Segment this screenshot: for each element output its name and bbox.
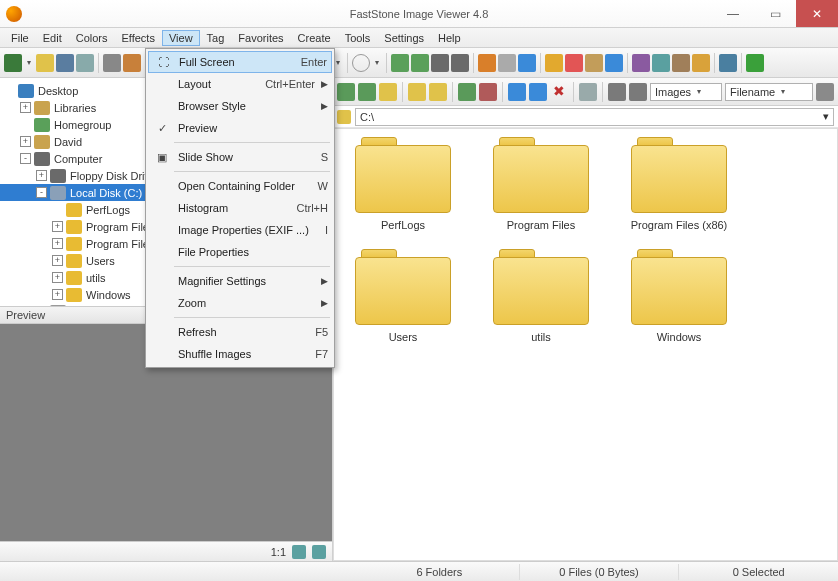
clone-icon[interactable] <box>632 54 650 72</box>
nav-back-icon[interactable] <box>337 83 355 101</box>
flip-v-icon[interactable] <box>451 54 469 72</box>
list-icon[interactable] <box>629 83 647 101</box>
email-icon[interactable] <box>123 54 141 72</box>
menu-tag[interactable]: Tag <box>200 30 232 46</box>
open-icon[interactable] <box>36 54 54 72</box>
expand-toggle[interactable]: - <box>36 187 47 198</box>
hand-icon[interactable] <box>352 54 370 72</box>
menu-view[interactable]: View <box>162 30 200 46</box>
menu-effects[interactable]: Effects <box>115 30 162 46</box>
menu-item-icon: ▣ <box>152 151 172 164</box>
menu-create[interactable]: Create <box>291 30 338 46</box>
menu-shortcut: W <box>318 180 328 192</box>
folder-icon <box>355 137 451 213</box>
tree-label: Floppy Disk Drive <box>70 170 156 182</box>
compare-icon[interactable] <box>719 54 737 72</box>
status-folders: 6 Folders <box>360 564 520 580</box>
fav-icon[interactable] <box>408 83 426 101</box>
menu-item[interactable]: Open Containing FolderW <box>148 175 332 197</box>
tree-label: Local Disk (C:) <box>70 187 142 199</box>
nav-up-icon[interactable] <box>379 83 397 101</box>
menu-favorites[interactable]: Favorites <box>231 30 290 46</box>
menu-item[interactable]: HistogramCtrl+H <box>148 197 332 219</box>
minimize-button[interactable]: — <box>712 0 754 27</box>
redeye-icon[interactable] <box>605 54 623 72</box>
expand-toggle[interactable]: + <box>52 221 63 232</box>
hand-drop[interactable]: ▾ <box>372 55 382 71</box>
folder-thumb[interactable]: Windows <box>620 249 738 343</box>
menu-item[interactable]: Zoom▶ <box>148 292 332 314</box>
home-icon <box>34 118 50 132</box>
menu-colors[interactable]: Colors <box>69 30 115 46</box>
delete-icon[interactable]: ✖ <box>550 83 568 101</box>
expand-toggle[interactable]: + <box>52 272 63 283</box>
sort-dir-icon[interactable] <box>816 83 834 101</box>
close-button[interactable]: ✕ <box>796 0 838 27</box>
move-to-icon[interactable] <box>529 83 547 101</box>
menu-item[interactable]: LayoutCtrl+Enter▶ <box>148 73 332 95</box>
path-field[interactable]: C:\ ▾ <box>355 108 834 126</box>
copy-to-icon[interactable] <box>508 83 526 101</box>
menu-file[interactable]: File <box>4 30 36 46</box>
menu-item[interactable]: Browser Style▶ <box>148 95 332 117</box>
menu-item[interactable]: Shuffle ImagesF7 <box>148 343 332 365</box>
rotate-left-icon[interactable] <box>391 54 409 72</box>
menu-edit[interactable]: Edit <box>36 30 69 46</box>
watermark-icon[interactable] <box>692 54 710 72</box>
actual-icon[interactable] <box>312 545 326 559</box>
expand-toggle[interactable]: - <box>20 153 31 164</box>
menu-item[interactable]: ✓Preview <box>148 117 332 139</box>
menu-item[interactable]: ▣Slide ShowS <box>148 146 332 168</box>
thumbnail-area[interactable]: PerfLogsProgram FilesProgram Files (x86)… <box>333 128 838 561</box>
adjust-color-icon[interactable] <box>565 54 583 72</box>
stop-icon[interactable] <box>479 83 497 101</box>
print-icon[interactable] <box>103 54 121 72</box>
fit-icon[interactable] <box>292 545 306 559</box>
thumb-size-icon[interactable] <box>608 83 626 101</box>
folder-thumb[interactable]: Program Files <box>482 137 600 231</box>
select-icon[interactable] <box>579 83 597 101</box>
folder-thumb[interactable]: PerfLogs <box>344 137 462 231</box>
expand-toggle[interactable]: + <box>52 238 63 249</box>
menu-help[interactable]: Help <box>431 30 468 46</box>
sharpen-icon[interactable] <box>585 54 603 72</box>
filter-combo[interactable]: Images▾ <box>650 83 722 101</box>
fav2-icon[interactable] <box>429 83 447 101</box>
zoom-ratio: 1:1 <box>271 546 286 558</box>
menu-item[interactable]: ⛶Full ScreenEnter <box>148 51 332 73</box>
expand-toggle[interactable]: + <box>36 170 47 181</box>
folder-thumb[interactable]: Program Files (x86) <box>620 137 738 231</box>
saveas-icon[interactable] <box>76 54 94 72</box>
folder-thumb[interactable]: utils <box>482 249 600 343</box>
menu-item[interactable]: Magnifier Settings▶ <box>148 270 332 292</box>
menu-item[interactable]: Image Properties (EXIF ...)I <box>148 219 332 241</box>
crop-icon[interactable] <box>518 54 536 72</box>
save-icon[interactable] <box>56 54 74 72</box>
sort-combo[interactable]: Filename▾ <box>725 83 813 101</box>
expand-toggle[interactable]: + <box>52 255 63 266</box>
nav-fwd-icon[interactable] <box>358 83 376 101</box>
frame-icon[interactable] <box>672 54 690 72</box>
resize-icon[interactable] <box>478 54 496 72</box>
menu-tools[interactable]: Tools <box>338 30 378 46</box>
acquire-icon[interactable] <box>4 54 22 72</box>
fullscreen2-icon[interactable] <box>746 54 764 72</box>
folder-thumb[interactable]: Users <box>344 249 462 343</box>
menu-item[interactable]: RefreshF5 <box>148 321 332 343</box>
menu-item[interactable]: File Properties <box>148 241 332 263</box>
menu-item-label: Slide Show <box>178 151 315 163</box>
expand-toggle[interactable]: + <box>20 102 31 113</box>
adjust-light-icon[interactable] <box>545 54 563 72</box>
text-icon[interactable] <box>652 54 670 72</box>
expand-toggle[interactable]: + <box>52 289 63 300</box>
canvas-icon[interactable] <box>498 54 516 72</box>
expand-toggle[interactable]: + <box>20 136 31 147</box>
submenu-arrow-icon: ▶ <box>321 276 328 286</box>
menu-settings[interactable]: Settings <box>377 30 431 46</box>
preview-status: 1:1 <box>0 541 332 561</box>
refresh-icon[interactable] <box>458 83 476 101</box>
rotate-right-icon[interactable] <box>411 54 429 72</box>
flip-h-icon[interactable] <box>431 54 449 72</box>
acquire-drop[interactable]: ▾ <box>24 55 34 71</box>
maximize-button[interactable]: ▭ <box>754 0 796 27</box>
